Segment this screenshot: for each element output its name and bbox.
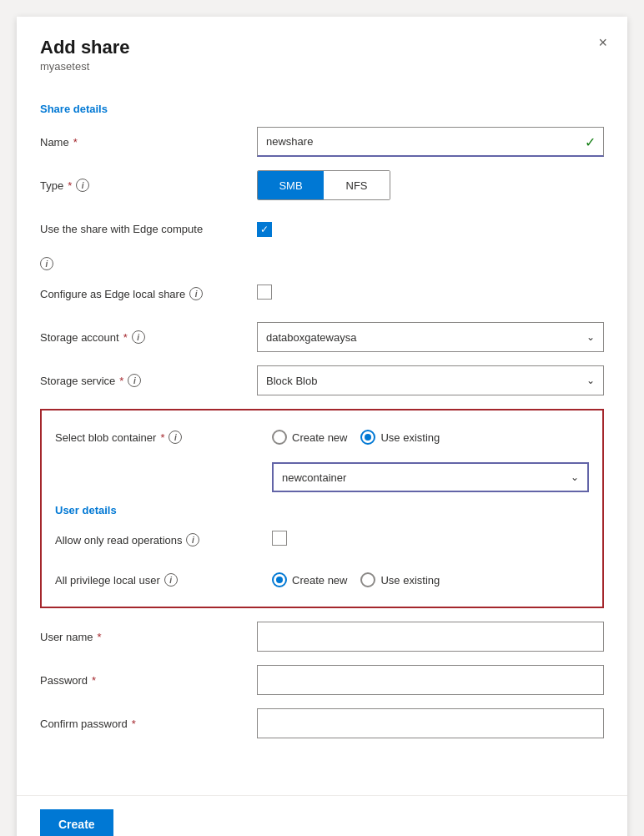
password-input[interactable] (257, 665, 604, 695)
storage-service-value: Block Blob (266, 375, 317, 387)
panel-title: Add share (40, 37, 604, 58)
edge-compute-checkbox[interactable] (257, 222, 272, 237)
storage-account-dropdown[interactable]: databoxgatewaysa ⌄ (257, 322, 604, 352)
privilege-use-existing-label: Use existing (380, 574, 440, 587)
storage-service-dropdown-wrapper: Block Blob ⌄ (257, 365, 604, 395)
storage-service-info-icon[interactable]: i (128, 374, 141, 387)
blob-use-existing-label: Use existing (380, 431, 440, 444)
username-required: * (98, 631, 102, 643)
edge-compute-checkbox-wrapper (257, 221, 604, 237)
container-dropdown[interactable]: newcontainer ⌄ (272, 462, 589, 492)
privilege-radio-wrapper: Create new Use existing (272, 572, 589, 587)
privilege-create-new-label: Create new (292, 574, 347, 587)
password-row: Password * (40, 665, 604, 695)
confirm-password-input[interactable] (257, 708, 604, 738)
name-valid-icon: ✓ (585, 134, 596, 150)
privilege-user-row: All privilege local user i Create new Us… (55, 565, 589, 595)
panel-footer: Create (17, 795, 627, 836)
allow-read-info-icon[interactable]: i (186, 533, 199, 546)
type-required: * (68, 179, 72, 192)
edge-compute-label: Use the share with Edge compute (40, 223, 257, 235)
storage-service-label: Storage service * i (40, 374, 257, 387)
edge-local-checkbox-wrapper (257, 285, 604, 303)
container-dropdown-wrapper: newcontainer ⌄ (272, 462, 589, 492)
blob-use-existing-option[interactable]: Use existing (360, 430, 440, 445)
blob-container-label: Select blob container * i (55, 431, 272, 444)
panel-header: Add share myasetest × (17, 17, 627, 83)
type-toggle-wrapper: SMB NFS (257, 170, 604, 200)
type-row: Type * i SMB NFS (40, 170, 604, 200)
storage-account-dropdown-wrapper: databoxgatewaysa ⌄ (257, 322, 604, 352)
username-input[interactable] (257, 622, 604, 652)
blob-use-existing-radio[interactable] (360, 430, 375, 445)
storage-account-value: databoxgatewaysa (266, 331, 356, 344)
privilege-radio-group: Create new Use existing (272, 572, 589, 587)
storage-account-required: * (123, 331, 128, 344)
name-row: Name * ✓ (40, 127, 604, 157)
storage-account-row: Storage account * i databoxgatewaysa ⌄ (40, 322, 604, 352)
storage-account-info-icon[interactable]: i (132, 330, 145, 344)
allow-read-checkbox-wrapper (272, 531, 589, 549)
confirm-password-row: Confirm password * (40, 708, 604, 738)
storage-account-arrow: ⌄ (586, 331, 595, 343)
type-info-icon[interactable]: i (76, 179, 89, 192)
blob-required: * (160, 431, 164, 444)
privilege-user-info-icon[interactable]: i (164, 573, 178, 587)
username-row: User name * (40, 622, 604, 652)
storage-service-dropdown[interactable]: Block Blob ⌄ (257, 365, 604, 395)
password-field-wrapper (257, 665, 604, 695)
close-button[interactable]: × (598, 35, 607, 50)
confirm-password-field-wrapper (257, 708, 604, 738)
allow-read-checkbox[interactable] (272, 531, 287, 546)
blob-create-new-label: Create new (292, 431, 347, 444)
edge-compute-row: Use the share with Edge compute (40, 214, 604, 244)
type-toggle[interactable]: SMB NFS (257, 170, 390, 200)
username-field-wrapper (257, 622, 604, 652)
container-arrow: ⌄ (571, 471, 579, 483)
password-label: Password * (40, 674, 257, 687)
blob-radio-group: Create new Use existing (272, 430, 589, 445)
privilege-user-label: All privilege local user i (55, 573, 272, 587)
allow-read-label: Allow only read operations i (55, 533, 272, 546)
panel-body: Share details Name * ✓ Type * i SMB NF (17, 83, 627, 795)
name-field-wrapper: ✓ (257, 127, 604, 157)
blob-radio-wrapper: Create new Use existing (272, 430, 589, 445)
share-details-title: Share details (40, 103, 604, 115)
privilege-create-new-radio[interactable] (272, 572, 287, 587)
storage-service-required: * (119, 375, 123, 387)
edge-local-label: Configure as Edge local share i (40, 287, 257, 300)
type-nfs-option[interactable]: NFS (324, 171, 390, 199)
edge-local-checkbox[interactable] (257, 285, 272, 300)
password-required: * (92, 674, 96, 687)
edge-compute-info-icon[interactable]: i (40, 257, 53, 270)
name-required: * (73, 136, 78, 149)
name-label: Name * (40, 136, 257, 149)
red-bordered-section: Select blob container * i Create new Use… (40, 409, 604, 608)
storage-service-arrow: ⌄ (586, 375, 595, 386)
privilege-use-existing-radio[interactable] (360, 572, 375, 587)
edge-compute-info-row: i (40, 257, 604, 270)
confirm-password-required: * (132, 718, 136, 730)
allow-read-row: Allow only read operations i (55, 525, 589, 555)
edge-local-row: Configure as Edge local share i (40, 279, 604, 309)
blob-info-icon[interactable]: i (169, 431, 182, 444)
blob-create-new-radio[interactable] (272, 430, 287, 445)
type-label: Type * i (40, 179, 257, 192)
panel-subtitle: myasetest (40, 60, 604, 73)
storage-account-label: Storage account * i (40, 330, 257, 344)
confirm-password-label: Confirm password * (40, 718, 257, 730)
privilege-create-new-option[interactable]: Create new (272, 572, 347, 587)
blob-create-new-option[interactable]: Create new (272, 430, 347, 445)
create-button[interactable]: Create (40, 809, 113, 836)
add-share-panel: Add share myasetest × Share details Name… (17, 17, 627, 836)
name-input[interactable] (257, 127, 604, 157)
edge-local-info-icon[interactable]: i (189, 287, 203, 300)
container-value: newcontainer (282, 471, 346, 484)
user-details-title: User details (55, 504, 589, 516)
type-smb-option[interactable]: SMB (258, 171, 324, 199)
privilege-use-existing-option[interactable]: Use existing (360, 572, 440, 587)
blob-container-row: Select blob container * i Create new Use… (55, 422, 589, 452)
storage-service-row: Storage service * i Block Blob ⌄ (40, 365, 604, 395)
username-label: User name * (40, 631, 257, 643)
